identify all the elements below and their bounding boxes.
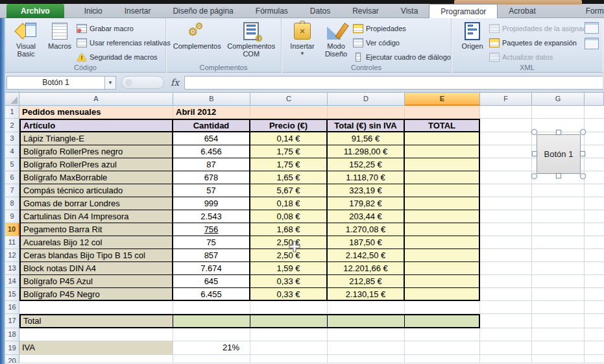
cell-G17[interactable] [532,314,585,328]
cell-article[interactable]: Bolígrafo RollerPres negro [19,145,173,158]
row-header-20[interactable]: 20 [5,355,19,363]
cell-article[interactable]: Bolígrafo P45 Azul [19,275,173,288]
propiedades-button[interactable]: Propiedades [353,21,451,36]
row-header-17[interactable]: 17 [5,314,19,328]
cell-H[interactable] [585,249,604,262]
row-number[interactable]: 11 [5,236,19,249]
cell-C18[interactable] [250,328,328,341]
xml-import-export-icons[interactable] [585,22,604,53]
tab-acrobat[interactable]: Acrobat [498,4,546,18]
row-number[interactable]: 3 [5,132,19,145]
col-header-partial[interactable] [585,93,604,106]
cell-price[interactable]: 0,33 € [250,275,328,288]
col-header-F[interactable]: F [480,93,532,106]
cell-D1[interactable] [328,106,405,119]
cell-H[interactable] [585,288,604,301]
cell-A17-total-label[interactable]: Total [19,314,173,328]
cell-total[interactable] [405,210,480,223]
cell-B2-header[interactable]: Cantidad [173,119,250,132]
cell-G[interactable] [532,184,585,197]
cell-C16[interactable] [250,301,328,314]
cell-article[interactable]: Bolígrafo P45 Negro [19,288,173,301]
cell-total-sin-iva[interactable]: 1.118,70 € [328,171,405,184]
cell-F[interactable] [480,236,532,249]
cell-G[interactable] [532,223,585,236]
row-header-1[interactable]: 1 [5,106,19,119]
cell-E19[interactable] [405,341,480,355]
row-header-18[interactable]: 18 [5,328,19,341]
cell-H[interactable] [585,223,604,236]
cell-total-sin-iva[interactable]: 187,50 € [328,236,405,249]
tab-formato[interactable]: Formato [564,4,604,18]
cell-price[interactable]: 0,18 € [250,197,328,210]
cell-article[interactable]: Bolígrafo MaxBorrable [19,171,173,184]
cell-total[interactable] [405,132,480,145]
cell-price[interactable]: 1,59 € [250,262,328,275]
cell-total[interactable] [405,171,480,184]
cell-total-sin-iva[interactable]: 152,25 € [328,158,405,171]
cell-F2[interactable] [480,119,532,132]
cell-F[interactable] [480,132,532,145]
row-number[interactable]: 12 [5,249,19,262]
cell-B1-subtitle[interactable]: Abril 2012 [173,106,250,119]
cell-H16[interactable] [585,301,604,314]
complementos-com-button[interactable]: ⚙ Complementos COM [224,20,279,58]
cell-G[interactable] [532,197,585,210]
cell-B20[interactable] [173,355,250,363]
row-number[interactable]: 10 [5,223,19,236]
cell-H19[interactable] [585,341,604,355]
cell-H[interactable] [585,262,604,275]
cell-D19[interactable] [328,341,405,355]
cell-E18[interactable] [405,328,480,341]
propiedades-asignacion-button[interactable]: Propiedades de la asignación [489,21,596,36]
cell-F19[interactable] [480,341,532,355]
cell-G[interactable] [532,262,585,275]
macros-button[interactable]: Macros [43,20,77,50]
cell-price[interactable]: 0,14 € [250,132,328,145]
cell-H2[interactable] [585,119,604,132]
cell-B19-iva-value[interactable]: 21% [173,341,250,355]
cell-total-sin-iva[interactable]: 212,85 € [328,275,405,288]
cell-total-sin-iva[interactable]: 2.142,50 € [328,249,405,262]
cell-E17[interactable] [405,314,480,328]
cell-H20[interactable] [585,355,604,363]
cell-total[interactable] [405,288,480,301]
cell-total-sin-iva[interactable]: 11.298,00 € [328,145,405,158]
name-box[interactable]: Botón 1 [6,76,105,90]
cell-F17[interactable] [480,314,532,328]
select-all-corner[interactable] [5,93,19,106]
tab-vista[interactable]: Vista [390,4,429,18]
cell-B17[interactable] [173,314,250,328]
tab-insertar[interactable]: Insertar [114,4,162,18]
tab-inicio[interactable]: Inicio [73,4,114,18]
cell-quantity[interactable]: 6.456 [173,145,250,158]
col-header-C[interactable]: C [250,93,328,106]
cell-quantity[interactable]: 57 [173,184,250,197]
tab-archivo[interactable]: Archivo [6,4,64,18]
insertar-controles-button[interactable]: Insertar ▼ [285,20,319,58]
cell-quantity[interactable]: 678 [173,171,250,184]
cell-price[interactable]: 2,50 € [250,249,328,262]
cell-G1[interactable] [532,106,585,119]
cell-F[interactable] [480,184,532,197]
col-header-B[interactable]: B [173,93,250,106]
cell-C17[interactable] [250,314,328,328]
cell-total-sin-iva[interactable]: 91,56 € [328,132,405,145]
cell-quantity[interactable]: 857 [173,249,250,262]
cell-H18[interactable] [585,328,604,341]
ver-codigo-button[interactable]: Ver código [353,36,451,50]
row-number[interactable]: 9 [5,210,19,223]
modo-diseno-button[interactable]: Modo Diseño [319,20,353,58]
cell-G16[interactable] [532,301,585,314]
cell-C1[interactable] [250,106,328,119]
cell-total[interactable] [405,158,480,171]
origen-button[interactable]: Origen [455,20,489,50]
cell-H[interactable] [585,158,604,171]
cell-price[interactable]: 0,33 € [250,288,328,301]
cell-D18[interactable] [328,328,405,341]
cell-B18[interactable] [173,328,250,341]
cell-price[interactable]: 2,50 € [250,236,328,249]
cell-H[interactable] [585,171,604,184]
cell-H[interactable] [585,132,604,145]
cell-C2-header[interactable]: Precio (€) [250,119,328,132]
